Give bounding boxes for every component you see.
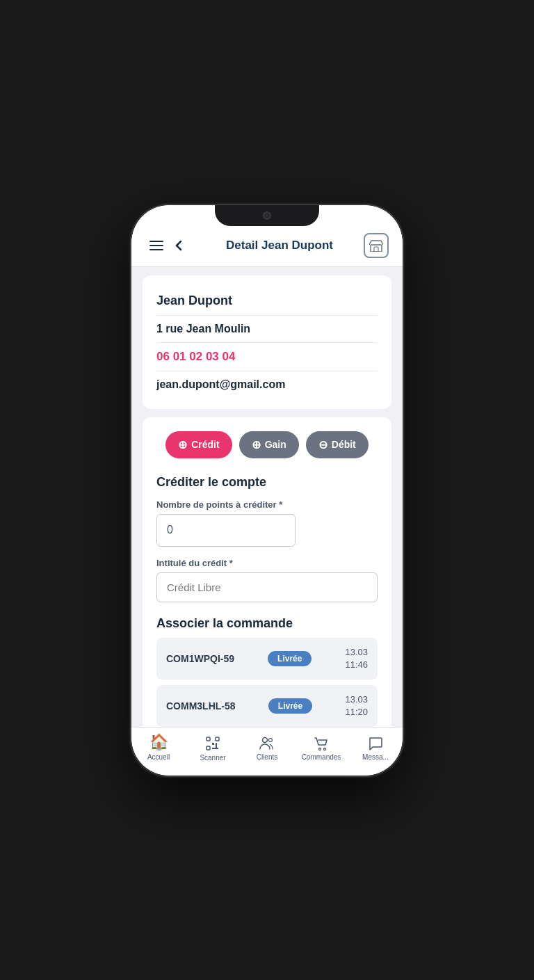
svg-point-12	[269, 738, 273, 741]
nav-item-clients[interactable]: Clients	[246, 733, 288, 761]
order-date-1: 13.03 11:46	[345, 646, 368, 671]
order-section: Associer la commande COM1WPQI-59 Livrée …	[156, 616, 378, 728]
tab-buttons: ⊕ Crédit ⊕ Gain ⊖ Débit	[156, 431, 378, 458]
main-content: Jean Dupont 1 rue Jean Moulin 06 01 02 0…	[131, 267, 403, 728]
order-date-2: 13.03 11:20	[345, 693, 368, 718]
contact-phone-row: 06 01 02 03 04	[156, 343, 378, 371]
nav-label-accueil: Accueil	[147, 753, 170, 761]
contact-address-row: 1 rue Jean Moulin	[156, 316, 378, 343]
scanner-icon	[204, 733, 221, 751]
nav-label-clients: Clients	[257, 753, 278, 761]
nav-item-commandes[interactable]: Commandes	[300, 733, 342, 761]
debit-minus-icon: ⊖	[318, 438, 327, 451]
back-button[interactable]	[168, 234, 190, 257]
tab-credit-button[interactable]: ⊕ Crédit	[165, 431, 232, 458]
svg-rect-7	[207, 746, 210, 750]
home-icon: 🏠	[149, 733, 168, 751]
order-section-title: Associer la commande	[156, 616, 378, 631]
svg-rect-2	[149, 249, 163, 250]
nav-label-scanner: Scanner	[200, 754, 225, 762]
tab-gain-button[interactable]: ⊕ Gain	[239, 431, 299, 458]
nav-label-commandes: Commandes	[302, 753, 341, 761]
nav-item-accueil[interactable]: 🏠 Accueil	[138, 733, 179, 761]
store-button[interactable]	[364, 233, 389, 258]
nav-item-scanner[interactable]: Scanner	[192, 733, 234, 761]
intitule-field-label: Intitulé du crédit *	[156, 558, 378, 568]
svg-rect-4	[374, 247, 378, 252]
nav-item-messages[interactable]: Messa...	[355, 733, 396, 761]
order-status-badge-2: Livrée	[268, 698, 312, 714]
contact-address: 1 rue Jean Moulin	[156, 323, 250, 335]
bottom-nav: 🏠 Accueil Scanner	[131, 727, 403, 775]
commandes-icon	[314, 733, 329, 751]
credit-section-title: Créditer le compte	[156, 475, 378, 490]
svg-point-14	[324, 748, 326, 750]
action-card: ⊕ Crédit ⊕ Gain ⊖ Débit	[143, 417, 391, 728]
page-title: Detail Jean Dupont	[195, 239, 364, 252]
svg-rect-8	[212, 743, 214, 745]
nav-label-messages: Messa...	[362, 753, 389, 761]
svg-point-11	[263, 737, 268, 742]
order-row-1[interactable]: COM1WPQI-59 Livrée 13.03 11:46	[156, 638, 378, 680]
tab-gain-label: Gain	[265, 439, 286, 450]
tab-debit-button[interactable]: ⊖ Débit	[306, 431, 369, 458]
svg-rect-3	[371, 245, 382, 252]
svg-rect-0	[149, 241, 163, 242]
points-input[interactable]	[157, 515, 296, 545]
contact-phone: 06 01 02 03 04	[156, 350, 235, 363]
menu-button[interactable]	[145, 234, 168, 257]
credit-section: Créditer le compte Nombre de points à cr…	[156, 475, 378, 616]
svg-point-13	[319, 748, 321, 750]
order-row-2[interactable]: COMM3LHL-58 Livrée 13.03 11:20	[156, 685, 378, 727]
svg-rect-5	[207, 737, 210, 741]
contact-email: jean.dupont@gmail.com	[156, 378, 285, 390]
intitule-input[interactable]	[156, 572, 378, 602]
contact-name: Jean Dupont	[156, 294, 232, 307]
order-id-2: COMM3LHL-58	[166, 700, 236, 712]
tab-debit-label: Débit	[332, 439, 356, 450]
tab-credit-label: Crédit	[191, 439, 219, 450]
messages-icon	[368, 733, 383, 751]
contact-name-row: Jean Dupont	[156, 287, 378, 316]
svg-rect-10	[212, 748, 218, 749]
contact-card: Jean Dupont 1 rue Jean Moulin 06 01 02 0…	[143, 275, 391, 409]
gain-plus-icon: ⊕	[252, 438, 261, 451]
points-input-wrapper: ▲ ▼	[156, 514, 296, 547]
order-id-1: COM1WPQI-59	[166, 653, 234, 664]
order-status-badge-1: Livrée	[268, 651, 312, 666]
contact-email-row: jean.dupont@gmail.com	[156, 371, 378, 398]
credit-plus-icon: ⊕	[178, 438, 187, 451]
svg-rect-1	[149, 245, 163, 246]
clients-icon	[259, 733, 275, 751]
svg-rect-6	[216, 737, 219, 741]
points-field-label: Nombre de points à créditer *	[156, 499, 378, 510]
